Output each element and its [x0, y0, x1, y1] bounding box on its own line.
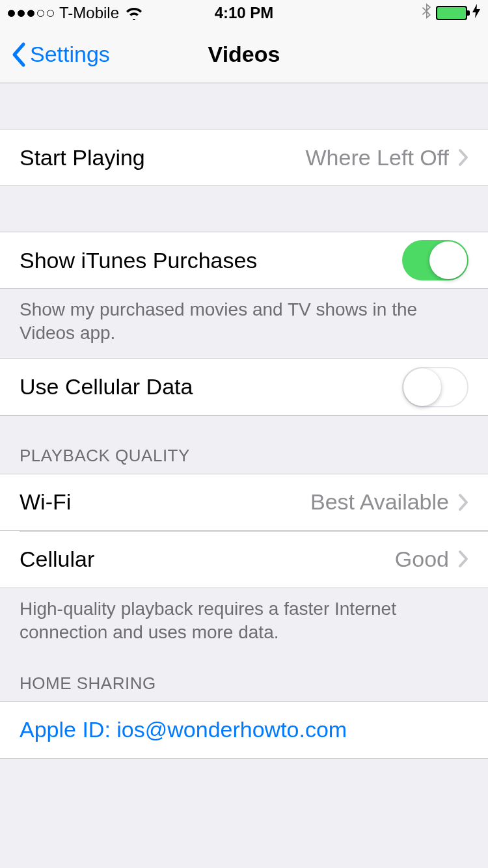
chevron-right-icon [458, 550, 468, 568]
chevron-left-icon [10, 42, 26, 68]
footer-playback-quality: High-quality playback requires a faster … [0, 588, 488, 658]
toggle-show-itunes[interactable] [402, 240, 468, 280]
battery-icon [436, 6, 467, 20]
row-value: Good [395, 547, 468, 572]
row-label: Use Cellular Data [20, 374, 193, 400]
status-right [422, 3, 480, 23]
back-label: Settings [30, 42, 110, 67]
back-button[interactable]: Settings [10, 42, 110, 68]
row-cellular-quality[interactable]: Cellular Good [0, 531, 488, 588]
chevron-right-icon [458, 493, 468, 511]
toggle-use-cellular[interactable] [402, 367, 468, 407]
group-home-sharing: Apple ID: ios@wonderhowto.com [0, 701, 488, 759]
apple-id-label: Apple ID: ios@wonderhowto.com [20, 717, 347, 742]
row-value: Where Left Off [306, 145, 468, 170]
group-start-playing: Start Playing Where Left Off [0, 129, 488, 186]
group-cellular: Use Cellular Data [0, 359, 488, 416]
row-value: Best Available [310, 489, 468, 515]
group-itunes: Show iTunes Purchases [0, 232, 488, 289]
row-label: Show iTunes Purchases [20, 248, 257, 273]
row-apple-id[interactable]: Apple ID: ios@wonderhowto.com [0, 701, 488, 759]
nav-bar: Settings Videos [0, 26, 488, 83]
status-left: T-Mobile [8, 4, 144, 22]
group-playback-quality: Wi-Fi Best Available Cellular Good [0, 474, 488, 588]
row-label: Start Playing [20, 145, 145, 170]
header-home-sharing: HOME SHARING [0, 658, 488, 701]
row-label: Wi-Fi [20, 489, 71, 515]
status-time: 4:10 PM [215, 4, 274, 22]
toggle-knob [403, 368, 441, 406]
footer-itunes: Show my purchased movies and TV shows in… [0, 289, 488, 359]
signal-strength-icon [8, 10, 54, 17]
header-playback-quality: PLAYBACK QUALITY [0, 416, 488, 474]
toggle-knob [429, 241, 467, 279]
row-value-text: Best Available [310, 489, 449, 515]
row-wifi-quality[interactable]: Wi-Fi Best Available [0, 474, 488, 531]
row-value-text: Where Left Off [306, 145, 449, 170]
wifi-icon [124, 6, 144, 20]
row-value-text: Good [395, 547, 449, 572]
status-bar: T-Mobile 4:10 PM [0, 0, 488, 26]
page-title: Videos [208, 42, 280, 67]
row-start-playing[interactable]: Start Playing Where Left Off [0, 129, 488, 186]
chevron-right-icon [458, 148, 468, 167]
carrier-label: T-Mobile [59, 4, 119, 22]
row-use-cellular-data[interactable]: Use Cellular Data [0, 359, 488, 416]
charging-icon [472, 4, 480, 22]
bluetooth-icon [422, 3, 432, 23]
row-show-itunes-purchases[interactable]: Show iTunes Purchases [0, 232, 488, 289]
row-label: Cellular [20, 547, 94, 572]
